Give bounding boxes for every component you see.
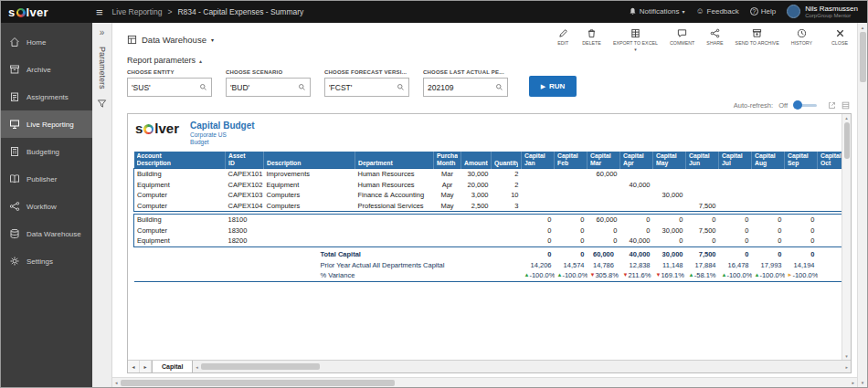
table-row: Computer18300000030,0007,500000 xyxy=(134,225,842,236)
pencil-icon xyxy=(558,28,568,38)
breadcrumb-page: R834 - Capital Expenses - Summary xyxy=(177,7,303,16)
cell: 0 xyxy=(719,236,752,246)
cell xyxy=(587,180,620,191)
scroll-right-icon[interactable]: ▸ xyxy=(852,380,854,385)
report-parameters-title: Report parameters xyxy=(127,56,196,65)
monitor-icon xyxy=(9,119,20,130)
help-button[interactable]: ? Help xyxy=(750,7,776,16)
scenario-input[interactable] xyxy=(230,83,298,92)
report-body: s lver Capital Budget Corporate US Budge… xyxy=(128,114,842,360)
cell xyxy=(818,260,842,271)
breadcrumb-section[interactable]: Live Reporting xyxy=(112,7,163,16)
entity-input[interactable] xyxy=(132,83,199,92)
sheet-hscrollbar[interactable]: ◂ ▸ xyxy=(193,361,851,372)
scroll-left-icon[interactable]: ◂ xyxy=(115,380,118,385)
sidebar-item-assignments[interactable]: Assignments xyxy=(1,83,92,110)
hscroll-thumb[interactable] xyxy=(201,363,320,370)
report-parameters-toggle[interactable]: Report parameters ▴ xyxy=(112,56,857,69)
hscroll-thumb[interactable] xyxy=(121,380,395,386)
cell xyxy=(461,225,492,236)
cell: 20,000 xyxy=(461,180,492,191)
table-row: BuildingCAPEX101ImprovementsHuman Resour… xyxy=(134,169,842,180)
gear-icon xyxy=(9,256,20,267)
last-actual-period-input[interactable] xyxy=(428,83,495,92)
sidebar-item-publisher[interactable]: Publisher xyxy=(1,165,92,193)
run-label: RUN xyxy=(549,82,565,90)
report-subtitle-entity: Corporate US xyxy=(190,131,255,139)
cell: 60,000 xyxy=(587,249,620,260)
sidebar-item-label: Data Warehouse xyxy=(26,230,81,238)
autorefresh-toggle[interactable] xyxy=(795,104,817,107)
sheet-tab-capital[interactable]: Capital xyxy=(152,361,193,372)
sidebar-item-home[interactable]: Home xyxy=(1,28,92,56)
edit-button[interactable]: EDIT xyxy=(556,28,570,46)
run-button[interactable]: ▶ RUN xyxy=(529,76,577,97)
cell xyxy=(752,169,785,180)
sidebar-item-label: Assignments xyxy=(26,93,69,101)
cell xyxy=(134,249,226,260)
workflow-icon xyxy=(9,201,20,212)
history-button[interactable]: HISTORY xyxy=(791,28,812,46)
variance-cell: ►-100.0% xyxy=(785,270,818,281)
search-icon[interactable] xyxy=(199,83,207,91)
sidebar-item-live-reporting[interactable]: Live Reporting xyxy=(1,110,92,138)
sidebar-item-data-warehouse[interactable]: Data Warehouse xyxy=(1,220,92,247)
user-menu[interactable]: Nils Rasmussen CorpGroup Mentor xyxy=(787,5,858,19)
hamburger-menu-icon[interactable]: ≡ xyxy=(96,5,103,19)
collapse-chevrons-icon[interactable]: » xyxy=(100,27,105,37)
popout-icon[interactable] xyxy=(828,101,836,110)
calculator-icon xyxy=(9,146,20,157)
vscroll-thumb[interactable] xyxy=(860,32,866,82)
scroll-up-icon[interactable]: ▴ xyxy=(862,25,864,30)
vscroll-thumb[interactable] xyxy=(844,122,850,159)
book-icon xyxy=(9,173,20,184)
cell: 0 xyxy=(555,249,587,260)
cell: 0 xyxy=(587,225,620,236)
sidebar-item-workflow[interactable]: Workflow xyxy=(1,193,92,220)
grid-icon[interactable] xyxy=(842,101,850,110)
share-button[interactable]: SHARE xyxy=(706,28,723,46)
cell: Finance & Accounting xyxy=(355,190,434,201)
scroll-left-icon[interactable]: ◂ xyxy=(196,364,198,370)
export-to-excel-button[interactable]: EXPORT TO EXCEL ▾ xyxy=(613,28,658,51)
sidebar-item-archive[interactable]: Archive xyxy=(1,56,92,83)
sheet-nav-prev-icon[interactable]: ◂ xyxy=(128,361,140,372)
scroll-down-icon[interactable]: ▾ xyxy=(845,353,848,359)
cell: 3 xyxy=(492,201,522,212)
sidebar-item-budgeting[interactable]: Budgeting xyxy=(1,138,92,165)
variance-row: % Variance ▲-100.0% ▲-100.0% ▼305.8% ▼21… xyxy=(134,270,842,281)
topbar-right: Notifications ▾ ☺ Feedback ? Help Nils R… xyxy=(629,5,858,19)
cell xyxy=(522,169,555,180)
sidebar-item-settings[interactable]: Settings xyxy=(1,247,92,275)
cell: 0 xyxy=(686,215,719,225)
toggle-knob[interactable] xyxy=(793,100,802,110)
scroll-right-icon[interactable]: ▸ xyxy=(845,364,848,370)
cell: 11,148 xyxy=(653,260,686,271)
search-icon[interactable] xyxy=(298,83,306,91)
chevron-down-icon[interactable]: ▾ xyxy=(634,47,637,51)
comment-button[interactable]: COMMENT xyxy=(670,28,694,46)
data-warehouse-source-button[interactable]: Data Warehouse ▾ xyxy=(127,35,214,45)
search-icon[interactable] xyxy=(397,83,405,91)
cell xyxy=(264,215,355,225)
main-vscrollbar[interactable]: ▴ ▾ xyxy=(857,23,867,387)
cell: Computer xyxy=(134,201,226,212)
scroll-down-icon[interactable]: ▾ xyxy=(862,380,864,385)
sheet-nav-next-icon[interactable]: ▸ xyxy=(140,361,152,372)
notifications-button[interactable]: Notifications ▾ xyxy=(629,7,685,16)
search-icon[interactable] xyxy=(495,83,503,91)
cell xyxy=(522,201,555,212)
share-icon xyxy=(710,28,720,38)
parameters-strip: » Parameters xyxy=(92,23,112,387)
field-label: CHOOSE ENTITY xyxy=(127,69,212,75)
close-button[interactable]: CLOSE xyxy=(831,28,848,46)
send-to-archive-button[interactable]: SEND TO ARCHIVE xyxy=(736,28,779,46)
main-hscrollbar[interactable]: ◂ ▸ xyxy=(112,377,857,387)
filter-funnel-icon[interactable] xyxy=(97,99,107,109)
delete-button[interactable]: DELETE xyxy=(582,28,601,46)
scroll-up-icon[interactable]: ▴ xyxy=(845,115,848,121)
report-vscrollbar[interactable]: ▴ ▾ xyxy=(842,114,851,360)
feedback-button[interactable]: ☺ Feedback xyxy=(695,7,738,16)
forecast-version-input[interactable] xyxy=(329,83,397,92)
report-subtitle-scenario: Budget xyxy=(190,139,255,146)
